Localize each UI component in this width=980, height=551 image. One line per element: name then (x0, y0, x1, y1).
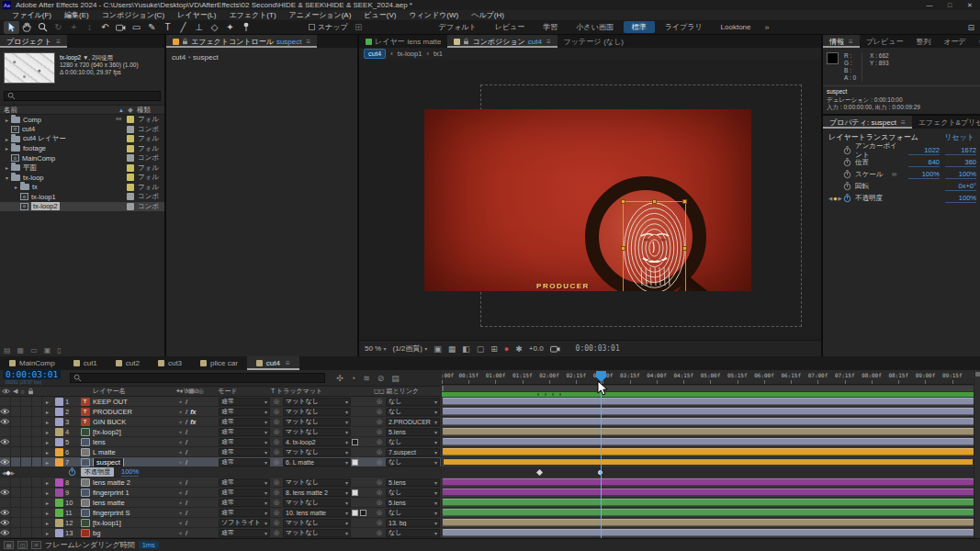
lock-toggle[interactable] (32, 488, 43, 497)
project-item[interactable]: cut4コンポ (0, 125, 164, 135)
layer-switches[interactable]: ✦/fx (175, 418, 218, 426)
menu-item[interactable]: アニメーション(A) (283, 10, 358, 20)
audio-toggle[interactable] (11, 427, 22, 436)
workspace-デフォルト[interactable]: デフォルト (431, 21, 485, 33)
label-color-chip[interactable] (52, 448, 65, 456)
layer-switches[interactable]: ✦/fx (175, 408, 218, 416)
trash-icon[interactable]: ▯ (57, 346, 61, 354)
layer-duration-bar[interactable] (443, 458, 974, 466)
tab-project[interactable]: プロジェクト≡ (0, 35, 67, 48)
work-area-bar[interactable] (442, 385, 980, 392)
project-item[interactable]: ▸cut4 レイヤーフォル (0, 134, 164, 144)
twirl-icon[interactable]: ▸ (42, 399, 52, 405)
layer-row-[tx-loop1][interactable]: ▸12[tx-loop1]✦/ソフトライト▾◎マットなし▾◎13. bg▾ (0, 518, 441, 528)
always-preview-icon[interactable]: ▣ (434, 344, 442, 354)
tab-情報[interactable]: 情報≡ (823, 35, 860, 48)
snap-checkbox[interactable] (309, 24, 315, 30)
interpret-footage-icon[interactable]: ▤ (4, 346, 11, 354)
menu-item[interactable]: コンポジション(C) (96, 10, 171, 20)
stopwatch-icon[interactable] (843, 146, 855, 155)
time-ruler[interactable]: :00f00:15f01:00f01:15f02:00f02:15f03:00f… (442, 370, 980, 385)
layer-duration-bar[interactable] (443, 529, 974, 536)
draft-3d-icon[interactable]: ◔ (351, 374, 355, 383)
blend-mode-select[interactable]: 通常▾ (219, 529, 270, 537)
blend-mode-select[interactable]: 通常▾ (219, 398, 270, 406)
audio-toggle[interactable] (11, 478, 22, 487)
solo-toggle[interactable] (21, 397, 32, 406)
rotation-tool[interactable]: ↶ (97, 21, 113, 34)
layer-row-fingerprint 1[interactable]: ▸9fingerprint 1✦/通常▾◎8. lens matte 2▾◎なし… (0, 488, 441, 498)
label-color-chip[interactable] (52, 408, 65, 416)
layer-duration-bar[interactable] (443, 398, 974, 405)
matte-pickwhip-icon[interactable]: ◎ (271, 519, 282, 526)
label-color-chip[interactable] (52, 428, 65, 436)
audio-toggle[interactable] (11, 407, 22, 416)
label-color-chip[interactable] (127, 193, 134, 200)
property-value[interactable]: 100% (908, 170, 940, 179)
blend-mode-select[interactable]: 通常▾ (219, 428, 270, 436)
puppet-pin-tool[interactable] (238, 21, 253, 34)
property-label[interactable]: 不透明度 (81, 467, 114, 477)
comp-tab-plice car[interactable]: plice car (191, 356, 247, 370)
lock-toggle[interactable] (32, 407, 43, 416)
breadcrumb-item[interactable]: tx1 (434, 50, 443, 58)
workspace-overflow-icon[interactable]: » (759, 23, 774, 32)
audio-toggle[interactable] (11, 447, 22, 456)
lock-toggle[interactable] (32, 447, 43, 456)
video-eye-toggle[interactable] (0, 457, 11, 467)
panel-menu-icon[interactable]: ≡ (546, 38, 551, 46)
motion-blur-icon[interactable]: ⊘ (377, 374, 385, 383)
workspace-Looktone[interactable]: Looktone (713, 22, 760, 32)
selection-handle[interactable] (621, 246, 625, 251)
solo-toggle[interactable] (21, 447, 32, 456)
lock-toggle[interactable] (32, 457, 43, 467)
parent-pickwhip-icon[interactable]: ◎ (374, 428, 385, 435)
twirl-icon[interactable]: ▸ (42, 500, 52, 506)
layer-name[interactable]: fingerprint 1 (93, 489, 175, 497)
twirl-icon[interactable]: ▸ (42, 530, 52, 536)
solo-toggle[interactable] (21, 498, 32, 507)
breadcrumb-item[interactable]: tx-loop1 (398, 50, 422, 58)
project-search-input[interactable] (4, 91, 161, 101)
label-color-chip[interactable] (52, 458, 65, 467)
audio-toggle[interactable] (11, 457, 22, 467)
matte-pickwhip-icon[interactable]: ◎ (271, 448, 282, 455)
label-color-chip[interactable] (127, 203, 134, 210)
layer-name[interactable]: L matte (93, 448, 175, 456)
track-matte-select[interactable]: 8. lens matte 2▾ (283, 489, 351, 497)
label-color-chip[interactable] (127, 184, 134, 191)
twirl-icon[interactable]: ▸ (3, 136, 11, 142)
viewer-tab-2[interactable]: フッテージ (なし) (558, 35, 630, 48)
frame-blending-icon[interactable]: ≋ (363, 374, 370, 383)
layer-duration-bar[interactable] (443, 499, 974, 506)
layer-name[interactable]: PRODUCER (93, 408, 175, 416)
layer-row-GIN BUCK[interactable]: ▸3TGIN BUCK✦/fx通常▾◎マットなし▾◎2.PRODUCER▾ (0, 417, 441, 427)
parent-select[interactable]: 5.lens▾ (386, 499, 440, 507)
lock-icon[interactable] (182, 38, 188, 45)
mask-visibility-icon[interactable]: ◧ (462, 344, 470, 354)
solo-toggle[interactable] (21, 508, 32, 517)
transparency-grid-icon[interactable]: ▦ (448, 344, 456, 354)
keyframe-nav-icons[interactable]: ◀◆▶ (828, 196, 843, 201)
layer-switches[interactable]: ✦/ (175, 519, 218, 527)
lock-toggle[interactable] (32, 417, 43, 426)
parent-pickwhip-icon[interactable]: ◎ (374, 418, 385, 425)
layer-row-bg[interactable]: ▸13bg✦/通常▾◎マットなし▾◎なし▾ (0, 528, 441, 538)
lock-toggle[interactable] (32, 498, 43, 507)
resolution-icon[interactable]: ✱ (515, 344, 523, 354)
layer-switches[interactable]: ✦/ (175, 478, 218, 487)
solo-toggle[interactable] (21, 407, 32, 416)
layer-row-PRODUCER[interactable]: ▸2TPRODUCER✦/fx通常▾◎マットなし▾◎なし▾ (0, 407, 441, 417)
layer-duration-bar[interactable] (443, 448, 974, 455)
layer-name[interactable]: KEEP OUT (93, 398, 175, 406)
video-eye-toggle[interactable] (0, 518, 11, 527)
parent-select[interactable]: なし▾ (386, 489, 440, 497)
video-eye-toggle[interactable] (0, 407, 11, 416)
parent-select[interactable]: なし▾ (386, 398, 440, 406)
track-matte-select[interactable]: マットなし▾ (283, 519, 351, 527)
layer-switches[interactable]: ✦/ (175, 398, 218, 406)
layer-name[interactable]: [tx-loop1] (93, 519, 175, 527)
twirl-icon[interactable]: ▸ (42, 520, 52, 526)
composition-viewport[interactable]: PRODUCER GIN BUCK (359, 60, 821, 340)
video-eye-toggle[interactable] (0, 498, 11, 507)
